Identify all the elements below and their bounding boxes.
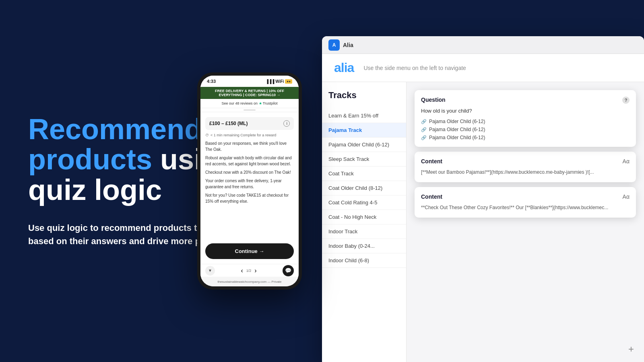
content-card-1-text: [**Meet our Bamboo Pajamas!**](https://w… [421,169,630,176]
battery-icon: ●● [285,79,292,84]
phone-screen: 4:33 ▐▐▐ WiFi ●● FREE DELIVERY & RETURNS… [200,76,299,286]
content-card-2-header: Content Aα [421,193,630,200]
chat-icon[interactable]: 💬 [283,265,294,276]
phone-bottom-bar: ▼ ‹ 1/2 › 💬 [200,264,299,277]
content-card-1-header: Content Aα [421,158,630,165]
browser-content: alia Use the side menu on the left to na… [322,54,644,362]
content-card-1: Content Aα [**Meet our Bamboo Pajamas!**… [415,152,636,182]
phone-banner: FREE DELIVERY & RETURNS | 10% OFF EVERYT… [200,87,299,99]
content-card-2-text: **Check Out These Other Cozy Favorites!*… [421,204,630,211]
browser-window: A Alia alia Use the side menu on the lef… [322,36,644,362]
popup-tag-label-1: Pajama Older Child (6-12) [429,119,485,124]
desc-3: Checkout now with a 20% discount on The … [205,169,294,175]
alia-logo: alia [334,60,354,75]
content-card-2-type: Content [421,193,442,200]
track-item-pajama[interactable]: Pajama Track [322,123,406,138]
link-icon-3: 🔗 [421,135,427,140]
phone-cta-button[interactable]: Continue → [205,243,294,259]
popup-tag-2: 🔗 Pajama Older Child (6-12) [421,127,630,132]
track-item-learn[interactable]: Learn & Earn 15% off [322,109,406,123]
browser-titlebar: A Alia [322,36,644,54]
track-item-pajama-older[interactable]: Pajama Older Child (6-12) [322,138,406,152]
phone-content: £100 – £150 (ML) ℹ ⏱ < 1 min remaining C… [200,112,299,264]
desc-1: Based on your responses, we think you'll… [205,140,294,152]
signal-icon: ▐▐▐ [266,79,274,84]
timer-text: < 1 min remaining Complete for a reward [211,133,276,137]
phone-bottom-nav: ‹ 1/2 › [241,267,256,274]
popup-tag-label-2: Pajama Older Child (6-12) [429,127,485,132]
add-content-button[interactable]: + [625,343,638,356]
tracks-panel: Tracks Learn & Earn 15% off Pajama Track… [322,82,407,362]
headline-quiz-logic: quiz logic [28,174,162,206]
phone-scroll-down[interactable]: ▼ [205,266,215,276]
format-icon-2: Aα [623,193,630,200]
detail-panel: Question ? How old is your child? 🔗 Paja… [407,82,644,362]
headline-recommend: Recommend [28,113,202,145]
popup-tag-3: 🔗 Pajama Older Child (6-12) [421,135,630,140]
phone-status-icons: ▐▐▐ WiFi ●● [266,79,292,84]
popup-tag-1: 🔗 Pajama Older Child (6-12) [421,119,630,124]
phone-url-bar: thesustainablewatchcompany.com — Private [200,277,299,286]
prev-page-arrow[interactable]: ‹ [241,267,243,274]
phone-time: 4:33 [207,79,216,84]
link-icon-2: 🔗 [421,127,427,132]
alia-header: alia Use the side menu on the left to na… [322,54,644,82]
next-page-arrow[interactable]: › [254,267,256,274]
question-card-question: How old is your child? [421,108,630,114]
alia-favicon: A [328,39,340,51]
timer-clock-icon: ⏱ [205,133,209,137]
phone-timer: ⏱ < 1 min remaining Complete for a rewar… [205,133,294,137]
phone: 4:33 ▐▐▐ WiFi ●● FREE DELIVERY & RETURNS… [197,72,302,290]
info-icon[interactable]: ℹ [283,120,290,127]
help-icon[interactable]: ? [622,97,630,104]
format-icon-1: Aα [623,158,630,165]
desc-5: Not for you? Use code TAKE15 at checkout… [205,192,294,204]
browser-logo: A Alia [328,39,353,51]
phone-product-title: £100 – £150 (ML) [209,121,248,126]
wifi-icon: WiFi [275,79,284,84]
page-indicator: 1/2 [246,269,252,273]
question-card: Question ? How old is your child? 🔗 Paja… [415,90,636,147]
question-card-header: Question ? [421,97,630,104]
headline-products: products [28,143,152,175]
track-item-coat-no-neck[interactable]: Coat - No High Neck [322,210,406,224]
track-item-coat-cold[interactable]: Coat Cold Rating 4-5 [322,195,406,210]
popup-card-tags: 🔗 Pajama Older Child (6-12) 🔗 Pajama Old… [421,119,630,140]
phone-container: 4:33 ▐▐▐ WiFi ●● FREE DELIVERY & RETURNS… [197,72,302,290]
phone-description: Based on your responses, we think you'll… [205,140,294,240]
phone-status-bar: 4:33 ▐▐▐ WiFi ●● [200,76,299,87]
phone-product-header: £100 – £150 (ML) ℹ [205,117,294,130]
question-card-type: Question [421,97,446,103]
desc-4: Your order comes with free delivery, 1-y… [205,178,294,190]
track-item-indoor-child[interactable]: Indoor Child (6-8) [322,253,406,268]
track-item-coat-older[interactable]: Coat Older Child (8-12) [322,181,406,195]
phone-trustpilot: See our 48 reviews on ★ Trustpilot [200,99,299,108]
track-item-indoor[interactable]: Indoor Track [322,224,406,239]
tracks-title: Tracks [322,82,406,105]
link-icon-1: 🔗 [421,119,427,124]
trustpilot-stars: ★ [259,101,262,105]
browser-main: Tracks Learn & Earn 15% off Pajama Track… [322,82,644,362]
popup-tag-label-3: Pajama Older Child (6-12) [429,135,485,140]
track-item-coat[interactable]: Coat Track [322,167,406,181]
content-card-1-type: Content [421,158,442,165]
track-item-sleep-sack[interactable]: Sleep Sack Track [322,152,406,167]
trustpilot-text: See our 48 reviews on [221,101,258,105]
alia-logo-text: alia [334,60,354,75]
content-card-2: Content Aα **Check Out These Other Cozy … [415,187,636,218]
alia-nav-hint: Use the side menu on the left to navigat… [363,65,466,71]
track-item-indoor-baby[interactable]: Indoor Baby (0-24... [322,239,406,253]
right-section: A Alia alia Use the side menu on the lef… [306,0,644,362]
desc-2: Robust angular watch body with circular … [205,155,294,167]
tracks-list: Learn & Earn 15% off Pajama Track Pajama… [322,105,406,362]
browser-tab-label: Alia [343,42,353,48]
trustpilot-brand: Trustpilot [263,101,278,105]
